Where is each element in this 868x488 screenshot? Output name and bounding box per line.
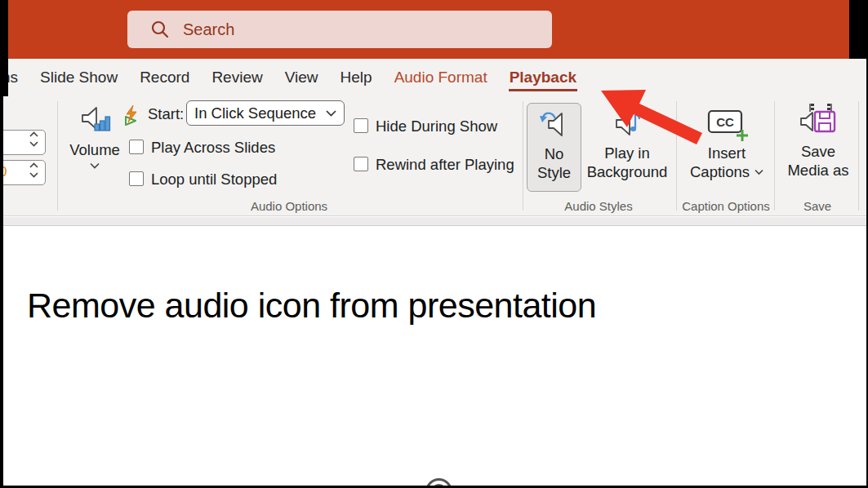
start-dropdown[interactable]: In Click Sequence <box>186 100 345 126</box>
search-placeholder: Search <box>183 20 234 39</box>
chevron-down-icon <box>326 109 336 117</box>
ribbon-bottom-strip <box>0 217 868 226</box>
search-input[interactable]: Search <box>127 11 552 48</box>
group-separator <box>774 101 775 211</box>
tab-audio-format[interactable]: Audio Format <box>394 59 487 96</box>
save-media-as-button[interactable]: Save Media as <box>782 101 854 180</box>
start-label: Start: <box>148 105 184 123</box>
spinner-up-down-icons[interactable] <box>29 162 38 178</box>
hide-during-show-checkbox[interactable] <box>354 118 368 133</box>
tab-view[interactable]: View <box>285 59 318 96</box>
title-bar: Search <box>0 0 868 59</box>
tab-animations-partial[interactable]: ns <box>2 59 18 96</box>
start-dropdown-value: In Click Sequence <box>194 104 326 122</box>
slide-title-text: Remove audio icon from presentation <box>27 286 596 326</box>
tab-playback[interactable]: Playback <box>510 59 576 96</box>
fade-in-spinner-partial[interactable] <box>0 130 46 155</box>
save-group-label: Save <box>752 199 868 213</box>
group-separator <box>676 101 677 211</box>
tab-help[interactable]: Help <box>341 59 372 96</box>
loop-until-stopped-label: Loop until Stopped <box>151 171 277 189</box>
volume-button[interactable]: Volume <box>69 103 121 169</box>
hide-during-show-label: Hide During Show <box>376 118 497 135</box>
tab-review[interactable]: Review <box>211 59 262 96</box>
play-in-background-icon <box>610 107 644 141</box>
ribbon-playback: 0 Volume Start: In Click Sequence <box>0 96 868 216</box>
no-style-button[interactable]: No Style <box>527 103 581 192</box>
play-across-slides-checkbox[interactable] <box>129 140 144 154</box>
audio-options-group-label: Audio Options <box>224 199 354 213</box>
start-trigger-icon <box>121 104 143 126</box>
insert-captions-button[interactable]: CC Insert Captions <box>689 103 764 181</box>
group-separator <box>57 101 58 211</box>
fade-value-partial: 0 <box>0 164 7 180</box>
tab-slide-show[interactable]: Slide Show <box>40 59 118 96</box>
no-style-icon <box>537 108 572 142</box>
closed-captions-icon: CC <box>706 108 748 142</box>
group-separator <box>858 101 859 211</box>
play-in-background-button[interactable]: Play in Background <box>585 103 670 181</box>
group-separator <box>523 101 523 211</box>
chevron-down-icon <box>90 162 100 169</box>
play-across-slides-label: Play Across Slides <box>151 139 275 157</box>
svg-text:CC: CC <box>716 115 734 129</box>
fade-out-spinner-partial[interactable]: 0 <box>0 160 46 185</box>
loop-until-stopped-checkbox[interactable] <box>129 171 144 186</box>
ribbon-tab-bar: ns Slide Show Record Review View Help Au… <box>0 59 868 96</box>
spinner-up-down-icons[interactable] <box>29 131 38 147</box>
search-icon <box>150 20 170 39</box>
volume-icon <box>78 103 111 135</box>
rewind-after-playing-label: Rewind after Playing <box>376 156 514 174</box>
chevron-down-icon <box>754 169 763 175</box>
save-media-icon <box>799 103 837 140</box>
rewind-after-playing-checkbox[interactable] <box>354 157 368 171</box>
audio-styles-group-label: Audio Styles <box>533 199 664 213</box>
tab-record[interactable]: Record <box>140 59 189 96</box>
